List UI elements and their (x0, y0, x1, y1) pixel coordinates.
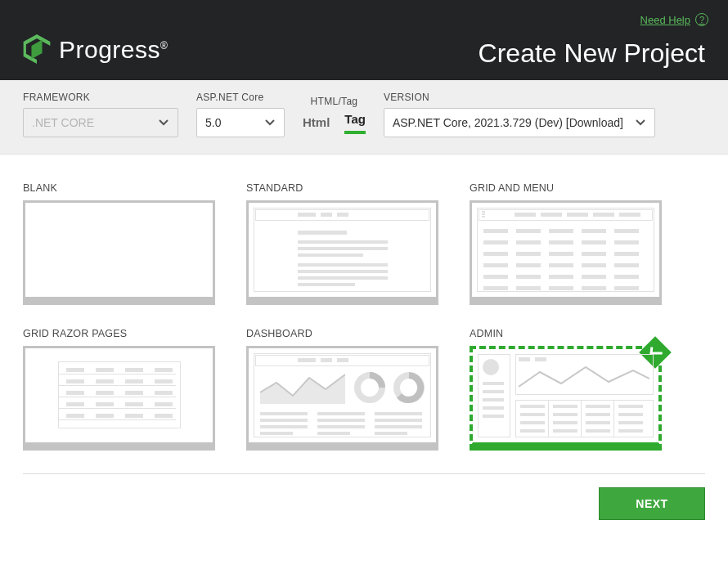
htmltag-group: HTML/Tag Html Tag (303, 96, 366, 137)
framework-value: .NET CORE (32, 116, 94, 129)
htmltag-label: HTML/Tag (303, 96, 366, 107)
aspnetcore-label: ASP.NET Core (196, 92, 285, 103)
chevron-down-icon (158, 117, 169, 128)
template-dashboard: DASHBOARD (246, 328, 438, 451)
template-blank: BLANK (23, 182, 215, 305)
area-chart-icon (260, 371, 345, 404)
config-bar: FRAMEWORK .NET CORE ASP.NET Core 5.0 HTM… (0, 80, 728, 155)
help-icon: ? (695, 13, 708, 26)
template-thumb-dashboard[interactable] (246, 346, 438, 451)
tab-html[interactable]: Html (303, 115, 330, 134)
template-label: DASHBOARD (246, 328, 438, 339)
version-group: VERSION ASP.NET Core, 2021.3.729 (Dev) [… (384, 92, 655, 137)
template-label: BLANK (23, 182, 215, 194)
template-grid: BLANK STANDARD GRID AND MENU (0, 155, 728, 459)
donut-chart-icon (393, 371, 425, 404)
template-label: GRID RAZOR PAGES (23, 328, 215, 339)
next-button[interactable]: NEXT (599, 487, 705, 520)
version-label: VERSION (384, 92, 655, 103)
progress-logo-icon (23, 34, 51, 64)
tab-tag[interactable]: Tag (344, 112, 366, 134)
aspnetcore-value: 5.0 (205, 116, 221, 129)
svg-marker-2 (31, 40, 42, 60)
line-chart-icon (519, 364, 649, 392)
template-label: STANDARD (246, 182, 438, 194)
footer: NEXT (0, 459, 728, 540)
brand: Progress® (23, 34, 168, 64)
version-select[interactable]: ASP.NET Core, 2021.3.729 (Dev) [Download… (384, 108, 655, 137)
template-gridmenu: GRID AND MENU (470, 182, 662, 305)
template-thumb-blank[interactable] (23, 200, 215, 305)
template-admin: ADMIN (470, 328, 662, 451)
framework-label: FRAMEWORK (23, 92, 178, 103)
donut-chart-icon (353, 371, 386, 404)
page-title: Create New Project (479, 38, 705, 69)
template-thumb-gridmenu[interactable] (470, 200, 662, 305)
aspnetcore-select[interactable]: 5.0 (196, 108, 285, 137)
template-gridrazor: GRID RAZOR PAGES (23, 328, 215, 451)
chevron-down-icon (264, 117, 276, 128)
need-help-label: Need Help (640, 14, 690, 26)
version-value: ASP.NET Core, 2021.3.729 (Dev) [Download… (393, 116, 623, 129)
app-header: Need Help ? Progress® Create New Project (0, 0, 728, 80)
brand-name: Progress® (59, 36, 168, 64)
divider (23, 473, 705, 474)
chevron-down-icon (635, 117, 646, 128)
framework-group: FRAMEWORK .NET CORE (23, 92, 178, 137)
template-standard: STANDARD (246, 182, 438, 305)
template-label: ADMIN (470, 328, 662, 339)
framework-select[interactable]: .NET CORE (23, 108, 178, 137)
svg-marker-3 (260, 374, 345, 404)
template-thumb-admin[interactable] (470, 346, 662, 451)
template-thumb-gridrazor[interactable] (23, 346, 215, 451)
template-thumb-standard[interactable] (246, 200, 438, 305)
need-help-link[interactable]: Need Help ? (640, 13, 708, 26)
aspnetcore-group: ASP.NET Core 5.0 (196, 92, 285, 137)
template-label: GRID AND MENU (470, 182, 662, 194)
